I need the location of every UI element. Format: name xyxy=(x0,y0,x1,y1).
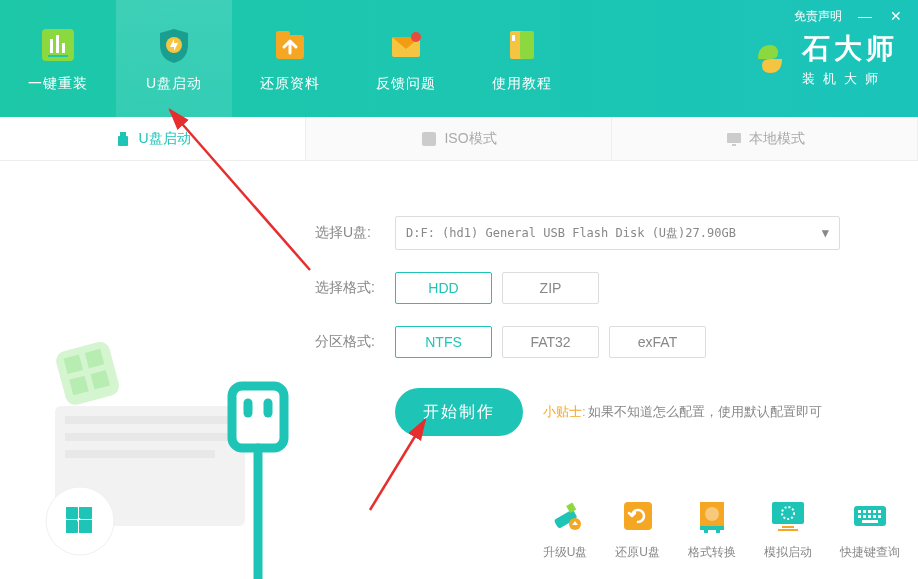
svg-rect-4 xyxy=(48,55,68,57)
nav-feedback[interactable]: 反馈问题 xyxy=(348,0,464,117)
svg-rect-32 xyxy=(232,386,284,448)
tip-text: 如果不知道怎么配置，使用默认配置即可 xyxy=(588,404,822,419)
svg-rect-12 xyxy=(512,35,515,41)
svg-rect-54 xyxy=(878,510,881,513)
bottom-tools: 升级U盘 还原U盘 格式转换 模拟启动 快捷键查询 xyxy=(543,496,900,561)
tool-label: 模拟启动 xyxy=(764,544,812,561)
svg-rect-31 xyxy=(80,521,92,533)
chevron-down-icon: ▼ xyxy=(822,226,829,240)
svg-rect-56 xyxy=(863,515,866,518)
disk-icon xyxy=(692,496,732,536)
nav-tutorial[interactable]: 使用教程 xyxy=(464,0,580,117)
svg-rect-30 xyxy=(66,521,78,533)
nav-restore[interactable]: 还原资料 xyxy=(232,0,348,117)
start-button[interactable]: 开始制作 xyxy=(395,388,523,436)
tool-simulate-boot[interactable]: 模拟启动 xyxy=(764,496,812,561)
svg-rect-44 xyxy=(716,530,720,533)
svg-rect-28 xyxy=(66,507,78,519)
svg-rect-60 xyxy=(862,520,878,523)
tab-label: ISO模式 xyxy=(444,130,496,148)
tip-label: 小贴士: xyxy=(543,404,586,419)
svg-rect-39 xyxy=(624,502,652,530)
folder-up-icon xyxy=(270,25,310,65)
tool-label: 还原U盘 xyxy=(615,544,660,561)
restore-icon xyxy=(618,496,658,536)
disclaimer-link[interactable]: 免责声明 xyxy=(794,8,842,25)
tool-label: 快捷键查询 xyxy=(840,544,900,561)
format-zip-button[interactable]: ZIP xyxy=(502,272,599,304)
svg-rect-58 xyxy=(873,515,876,518)
monitor-icon xyxy=(725,130,743,148)
tool-label: 格式转换 xyxy=(688,544,736,561)
usb-icon xyxy=(114,130,132,148)
tab-iso[interactable]: ISO模式 xyxy=(306,117,612,160)
iso-icon xyxy=(420,130,438,148)
header: 一键重装 U盘启动 还原资料 反馈问题 使用教程 石大师 装机大师 免责声明 — xyxy=(0,0,918,117)
svg-rect-26 xyxy=(65,450,215,458)
svg-rect-29 xyxy=(80,507,92,519)
tool-hotkey-query[interactable]: 快捷键查询 xyxy=(840,496,900,561)
svg-rect-37 xyxy=(566,503,576,513)
svg-rect-48 xyxy=(778,529,798,531)
svg-rect-57 xyxy=(868,515,871,518)
svg-rect-50 xyxy=(858,510,861,513)
tool-restore-usb[interactable]: 还原U盘 xyxy=(615,496,660,561)
nav-label: 还原资料 xyxy=(260,75,320,93)
svg-rect-7 xyxy=(276,31,290,39)
tool-upgrade-usb[interactable]: 升级U盘 xyxy=(543,496,588,561)
tip: 小贴士:如果不知道怎么配置，使用默认配置即可 xyxy=(543,403,822,421)
brand-logo-icon xyxy=(748,37,792,81)
tab-label: 本地模式 xyxy=(749,130,805,148)
usb-select[interactable]: D:F: (hd1) General USB Flash Disk (U盘)27… xyxy=(395,216,840,250)
brand-subtitle: 装机大师 xyxy=(802,70,898,88)
svg-rect-24 xyxy=(65,416,235,424)
mail-icon xyxy=(386,25,426,65)
partition-exfat-button[interactable]: exFAT xyxy=(609,326,706,358)
sub-tabs: U盘启动 ISO模式 本地模式 xyxy=(0,117,918,161)
svg-rect-1 xyxy=(50,39,53,53)
tool-format-convert[interactable]: 格式转换 xyxy=(688,496,736,561)
partition-fat32-button[interactable]: FAT32 xyxy=(502,326,599,358)
minimize-button[interactable]: — xyxy=(856,6,874,26)
svg-rect-47 xyxy=(782,526,794,528)
svg-rect-42 xyxy=(700,526,724,530)
nav-reinstall[interactable]: 一键重装 xyxy=(0,0,116,117)
tab-local[interactable]: 本地模式 xyxy=(612,117,918,160)
usb-select-value: D:F: (hd1) General USB Flash Disk (U盘)27… xyxy=(406,225,736,242)
svg-rect-14 xyxy=(118,136,128,146)
svg-rect-25 xyxy=(65,433,235,441)
svg-rect-45 xyxy=(772,502,804,524)
monitor-boot-icon xyxy=(768,496,808,536)
titlebar: 免责声明 — ✕ xyxy=(794,6,904,26)
svg-rect-51 xyxy=(863,510,866,513)
svg-rect-59 xyxy=(878,515,881,518)
brand-name: 石大师 xyxy=(802,30,898,68)
svg-rect-15 xyxy=(422,132,436,146)
nav-label: 反馈问题 xyxy=(376,75,436,93)
illustration xyxy=(0,161,315,579)
partition-label: 分区格式: xyxy=(315,333,385,351)
keyboard-icon xyxy=(850,496,890,536)
format-label: 选择格式: xyxy=(315,279,385,297)
svg-rect-2 xyxy=(56,35,59,53)
svg-rect-11 xyxy=(520,31,534,59)
svg-rect-3 xyxy=(62,43,65,53)
shield-icon xyxy=(154,25,194,65)
format-hdd-button[interactable]: HDD xyxy=(395,272,492,304)
close-button[interactable]: ✕ xyxy=(888,6,904,26)
svg-point-9 xyxy=(411,32,421,42)
book-icon xyxy=(502,25,542,65)
tab-usb-boot[interactable]: U盘启动 xyxy=(0,117,306,160)
partition-ntfs-button[interactable]: NTFS xyxy=(395,326,492,358)
bars-icon xyxy=(38,25,78,65)
svg-rect-18 xyxy=(54,340,121,407)
svg-rect-53 xyxy=(873,510,876,513)
nav-usb-boot[interactable]: U盘启动 xyxy=(116,0,232,117)
nav-label: U盘启动 xyxy=(146,75,202,93)
svg-rect-55 xyxy=(858,515,861,518)
nav-label: 使用教程 xyxy=(492,75,552,93)
svg-rect-43 xyxy=(704,530,708,533)
svg-rect-52 xyxy=(868,510,871,513)
svg-point-41 xyxy=(705,507,719,521)
tab-label: U盘启动 xyxy=(138,130,190,148)
